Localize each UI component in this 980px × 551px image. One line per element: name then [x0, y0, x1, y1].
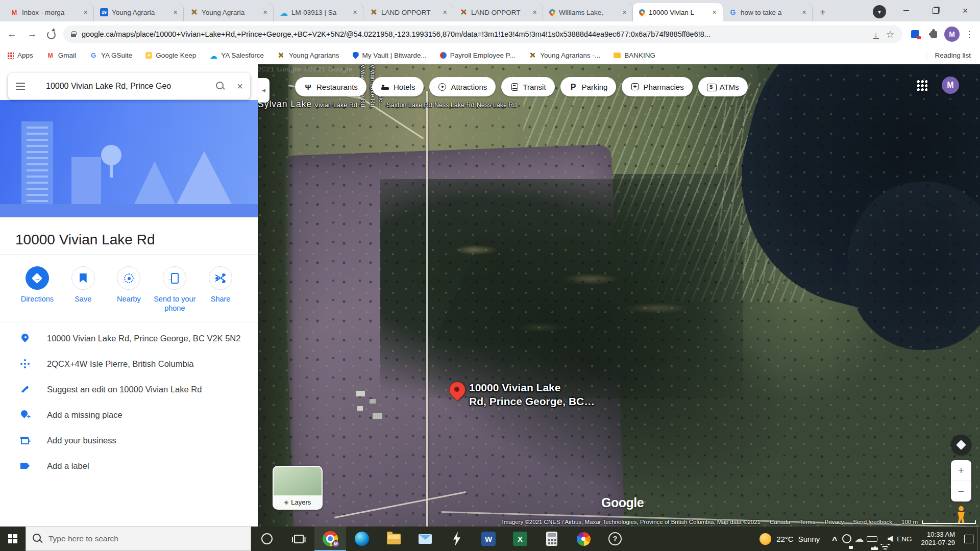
extensions-puzzle-icon[interactable] [926, 27, 941, 42]
profile-avatar[interactable]: M [944, 27, 960, 42]
browser-tab[interactable]: Young Agraria [184, 3, 274, 21]
battery-icon[interactable] [867, 536, 877, 542]
category-chip[interactable]: Restaurants [295, 77, 366, 96]
taskbar-app-icon[interactable] [441, 527, 473, 551]
place-action-button[interactable]: Save [60, 266, 106, 319]
zoom-in-button[interactable] [951, 460, 971, 481]
browser-tab[interactable]: LAND OPPORT [363, 3, 453, 21]
place-detail-row[interactable]: Suggest an edit on 10000 Vivian Lake Rd [0, 377, 258, 402]
meet-now-icon[interactable] [842, 534, 851, 543]
search-icon[interactable] [211, 77, 230, 95]
tab-close-icon[interactable] [171, 8, 180, 17]
taskbar-app-icon[interactable] [283, 527, 314, 551]
place-detail-row[interactable]: Add a label [0, 453, 258, 479]
action-center-icon[interactable] [960, 527, 977, 551]
category-chip[interactable]: ATMs [698, 77, 748, 96]
attribution-link[interactable]: Terms [799, 519, 815, 525]
taskbar-search-box[interactable]: Type here to search [26, 527, 251, 551]
taskbar-weather[interactable]: 22°C Sunny [752, 527, 827, 551]
google-apps-grid-icon[interactable] [916, 80, 927, 91]
tab-close-icon[interactable] [800, 8, 808, 17]
tab-close-icon[interactable] [620, 8, 629, 17]
account-avatar[interactable]: M [942, 77, 959, 94]
browser-tab[interactable]: LAND OPPORT [453, 3, 543, 21]
hidden-icons-chevron[interactable] [827, 527, 842, 551]
taskbar-app-icon[interactable] [473, 527, 504, 551]
taskbar-app-icon[interactable] [504, 527, 536, 551]
browser-tab[interactable]: Young Agraria [94, 3, 184, 21]
language-indicator[interactable]: ENG [893, 527, 916, 551]
map-canvas[interactable]: 2021 Google ©2021 Google Sylvan Lake Viv… [258, 64, 980, 527]
bookmark-item[interactable]: Young Agrarians -... [528, 52, 600, 60]
bookmark-item[interactable]: Gmail [46, 52, 76, 60]
bookmark-item[interactable]: YA GSuite [89, 52, 132, 60]
bookmark-item[interactable]: YA Salesforce [209, 52, 264, 60]
category-chip[interactable]: Parking [560, 77, 617, 96]
place-action-button[interactable]: Share [198, 266, 243, 319]
tab-close-icon[interactable] [530, 8, 539, 17]
place-action-button[interactable]: Nearby [106, 266, 152, 319]
forward-button[interactable] [23, 26, 41, 43]
bookmark-item[interactable]: Payroll Employee P... [440, 52, 515, 59]
collapse-panel-arrow[interactable] [258, 78, 270, 103]
category-chip[interactable]: Attractions [429, 77, 496, 96]
my-location-button[interactable] [951, 435, 971, 455]
onedrive-icon[interactable] [851, 527, 867, 551]
tab-close-icon[interactable] [440, 8, 449, 17]
attribution-link[interactable]: Canada [770, 519, 790, 525]
taskbar-clock[interactable]: 10:33 AM 2021-07-29 [916, 531, 961, 547]
bookmark-item[interactable]: My Vault | Bitwarde... [353, 52, 427, 59]
category-chip[interactable]: Hotels [372, 77, 424, 96]
menu-hamburger-icon[interactable] [8, 74, 33, 98]
url-text[interactable]: google.ca/maps/place/10000+Vivian+Lake+R… [82, 30, 869, 38]
start-button[interactable] [0, 527, 26, 551]
taskbar-app-icon[interactable]: M [314, 527, 346, 551]
taskbar-app-icon[interactable] [251, 527, 283, 551]
reading-list-button[interactable]: Reading list [935, 52, 971, 59]
download-page-icon[interactable] [869, 27, 883, 41]
bookmark-item[interactable]: Apps [7, 52, 33, 59]
clear-search-icon[interactable] [230, 76, 250, 96]
place-action-button[interactable]: Send to your phone [152, 266, 198, 319]
place-marker-pin[interactable] [448, 380, 466, 406]
taskbar-app-icon[interactable] [599, 527, 631, 551]
browser-tab[interactable]: 10000 Vivian L [633, 3, 723, 21]
tab-close-icon[interactable] [351, 8, 359, 17]
zoom-out-button[interactable] [951, 481, 971, 502]
lock-icon[interactable] [70, 30, 77, 38]
place-detail-row[interactable]: Add your business [0, 428, 258, 453]
browser-tab[interactable]: LM-03913 | Sa [274, 3, 363, 21]
attribution-link[interactable]: Send feedback [853, 519, 892, 525]
taskbar-app-icon[interactable] [409, 527, 441, 551]
place-detail-row[interactable]: Add a missing place [0, 402, 258, 428]
category-chip[interactable]: Transit [501, 77, 554, 96]
bitwarden-extension-icon[interactable] [908, 27, 923, 42]
attribution-link[interactable]: Privacy [825, 519, 844, 525]
bookmark-item[interactable]: Young Agrarians [277, 52, 339, 60]
browser-tab[interactable]: Williams Lake, [543, 3, 633, 21]
taskbar-app-icon[interactable] [346, 527, 378, 551]
taskbar-app-icon[interactable] [568, 527, 599, 551]
place-detail-row[interactable]: 2QCX+4W Isle Pierre, British Columbia [0, 351, 258, 377]
wifi-icon[interactable] [877, 535, 888, 542]
show-desktop-strip[interactable] [977, 527, 980, 551]
pegman-street-view[interactable] [954, 506, 968, 523]
address-bar[interactable]: google.ca/maps/place/10000+Vivian+Lake+R… [63, 26, 902, 43]
new-tab-button[interactable] [816, 5, 830, 19]
minimize-button[interactable] [891, 0, 921, 21]
bookmark-star-icon[interactable] [883, 27, 897, 41]
place-action-button[interactable]: Directions [14, 266, 60, 319]
browser-menu-icon[interactable] [963, 27, 976, 42]
tab-close-icon[interactable] [261, 8, 270, 17]
maps-search-input[interactable] [45, 81, 211, 91]
browser-tab[interactable]: Inbox - morga [4, 3, 94, 21]
reload-button[interactable] [42, 26, 59, 43]
taskbar-app-icon[interactable] [536, 527, 568, 551]
close-button[interactable] [950, 0, 980, 21]
bookmark-item[interactable]: BANKING [614, 52, 655, 59]
tab-close-icon[interactable] [81, 8, 90, 17]
browser-tab[interactable]: how to take a [723, 3, 813, 21]
back-button[interactable] [3, 26, 20, 43]
bookmark-item[interactable]: Google Keep [145, 52, 196, 59]
volume-icon[interactable] [888, 536, 893, 542]
